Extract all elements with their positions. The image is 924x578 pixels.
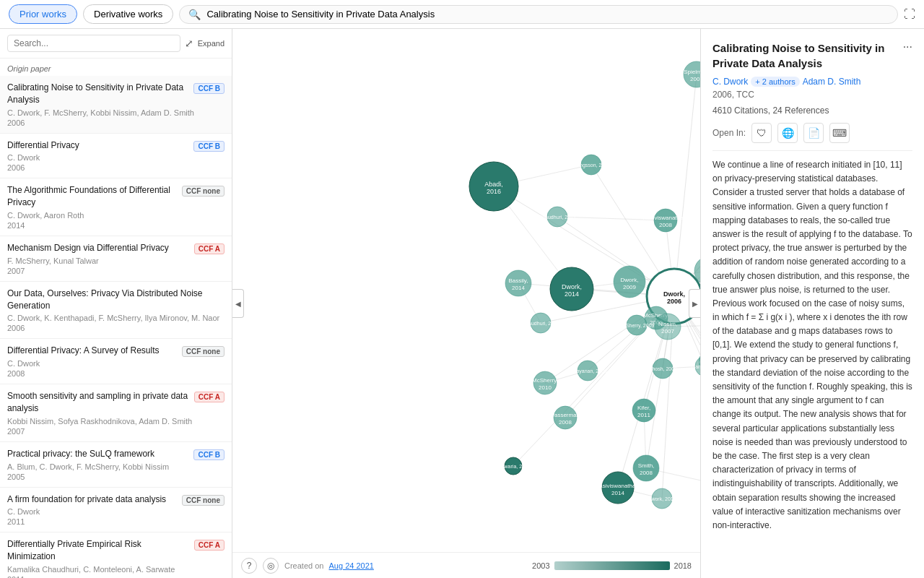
paper-authors-text: C. Dwork, K. Kenthapadi, F. McSherry, Il… (7, 314, 225, 322)
open-shield-icon[interactable]: 🛡 (751, 123, 772, 143)
node-label: Ganta, 2008 (692, 364, 700, 369)
target-button[interactable]: ◎ (263, 558, 279, 574)
paper-year: 2007 (7, 267, 25, 275)
tab-derivative-works[interactable]: Derivative works (83, 4, 173, 24)
graph-node[interactable]: Nissim,2007 (655, 314, 681, 340)
node-label: Abadi,2016 (484, 181, 503, 195)
paper-abstract: We continue a line of research initiated… (712, 158, 912, 532)
node-label: Erlingsson, 2014 (572, 163, 610, 168)
paper-title-text: A firm foundation for private data analy… (7, 493, 178, 506)
more-authors-badge[interactable]: + 2 authors (751, 77, 799, 87)
graph-bottom-left: ? ◎ Created on Aug 24 2021 (241, 558, 374, 574)
open-icons: 🛡 🌐 📄 ⌨ (751, 123, 850, 143)
node-label: Dwork,2014 (562, 283, 582, 298)
paper-authors: C. Dwork + 2 authors Adam D. Smith (712, 77, 912, 87)
graph-node[interactable]: Dwork,2009 (614, 266, 645, 298)
list-item[interactable]: Practical privacy: the SuLQ frameworkCCF… (0, 442, 232, 488)
paper-authors-text: C. Dwork, Aaron Roth (7, 211, 225, 220)
paper-year: 2005 (7, 473, 25, 481)
left-search-input[interactable] (7, 35, 180, 52)
list-item[interactable]: Our Data, Ourselves: Privacy Via Distrib… (0, 282, 232, 340)
paper-meta: 2011 (7, 517, 225, 526)
year-end: 2018 (674, 561, 692, 570)
paper-authors-text: C. Dwork (7, 507, 225, 516)
paper-authors-text: Kamalika Chaudhuri, C. Monteleoni, A. Sa… (7, 565, 225, 574)
graph-node[interactable]: Dwork,2014 (550, 267, 593, 311)
divider (712, 150, 912, 151)
paper-title: Calibrating Noise to Sensitivity in Priv… (712, 40, 903, 71)
graph-node[interactable]: Erlingsson, 2014 (572, 155, 610, 175)
graph-node[interactable]: Bassily,2014 (505, 270, 531, 296)
node-label: Dwork,2009 (621, 277, 639, 290)
list-item[interactable]: Smooth sensitivity and sampling in priva… (0, 384, 232, 442)
year-start: 2003 (532, 561, 549, 570)
graph-node[interactable]: Wasserman,2008 (549, 406, 582, 429)
open-globe-icon[interactable]: 🌐 (777, 123, 798, 143)
graph-node[interactable]: Spielman,2007 (684, 61, 700, 87)
paper-title-text: Differentially Private Empirical Risk Mi… (7, 538, 191, 563)
paper-authors-text: F. McSherry, Kunal Talwar (7, 256, 225, 265)
last-author[interactable]: Adam D. Smith (803, 77, 861, 87)
graph-node[interactable]: Narwaria, 2018 (496, 457, 531, 475)
section-label: Origin paper (0, 59, 232, 76)
open-code-icon[interactable]: ⌨ (829, 123, 850, 143)
paper-title-text: The Algorithmic Foundations of Different… (7, 184, 178, 209)
search-icon: 🔍 (188, 9, 201, 20)
node-label: Smith,2008 (638, 462, 655, 476)
graph-bottom-bar: ? ◎ Created on Aug 24 2021 2003 2018 (232, 552, 700, 578)
paper-title-text: Differential Privacy (7, 139, 190, 152)
paper-authors-text: C. Dwork (7, 153, 225, 162)
graph-node[interactable]: Ghosh, 2009 (648, 358, 677, 379)
ccf-badge: CCF B (193, 141, 225, 152)
graph-svg[interactable]: Dwork,2006Abadi,2016Dwork,2014Dwork,2009… (232, 29, 700, 578)
ccf-badge: CCF A (194, 243, 225, 254)
paper-year-venue: 2006, TCC (712, 90, 912, 100)
graph-node[interactable]: Kasiviswanathan,2014 (596, 472, 640, 504)
top-search-input[interactable] (206, 9, 889, 20)
citations-count: 4610 Citations, 24 References (712, 105, 912, 116)
graph-node[interactable]: Chaudhuri, 2011 (539, 207, 576, 227)
open-file-icon[interactable]: 📄 (803, 123, 824, 143)
collapse-left-btn[interactable]: ◀ (232, 289, 244, 318)
list-item[interactable]: Differentially Private Empirical Risk Mi… (0, 532, 232, 578)
node-label: Narayanan, 2008 (568, 368, 607, 374)
created-date-link[interactable]: Aug 24 2021 (329, 561, 374, 570)
expand-icon-small[interactable]: ⤢ (185, 38, 193, 49)
graph-node[interactable]: Dwork, 2010 (648, 488, 676, 509)
paper-title-text: Differential Privacy: A Survey of Result… (7, 345, 178, 357)
list-item[interactable]: Differential Privacy: A Survey of Result… (0, 339, 232, 384)
graph-node[interactable]: Smith,2008 (633, 455, 659, 481)
list-item[interactable]: Differential PrivacyCCF BC. Dwork2006 (0, 134, 232, 179)
year-range: 2003 2018 (532, 561, 692, 570)
collapse-right-btn[interactable]: ▶ (689, 289, 700, 318)
graph-node[interactable]: Kifer,2011 (632, 399, 655, 422)
center-panel: ◀ ▶ Dwork,2006Abadi,2016Dwork,2014Dwork,… (232, 29, 700, 578)
gradient-bar (554, 561, 670, 570)
paper-year: 2011 (7, 517, 25, 526)
more-options-button[interactable]: ··· (903, 40, 912, 53)
expand-button[interactable]: Expand (198, 39, 225, 48)
paper-year: 2006 (7, 324, 25, 332)
list-item[interactable]: A firm foundation for private data analy… (0, 488, 232, 533)
list-item[interactable]: Mechanism Design via Differential Privac… (0, 236, 232, 282)
paper-meta: 2007 (7, 267, 225, 275)
list-item[interactable]: Calibrating Noise to Sensitivity in Priv… (0, 76, 232, 134)
node-label: Ghosh, 2009 (648, 366, 677, 371)
svg-line-20 (674, 74, 697, 296)
ccf-badge: CCF A (194, 540, 225, 551)
main-content: ⤢ Expand Origin paperCalibrating Noise t… (0, 29, 924, 578)
node-label: Chaudhuri, 2008 (522, 321, 559, 326)
graph-node[interactable]: Abadi,2016 (469, 162, 518, 211)
ccf-badge: CCF B (193, 449, 225, 460)
paper-authors-text: A. Blum, C. Dwork, F. McSherry, Kobbi Ni… (7, 462, 225, 471)
tab-prior-works[interactable]: Prior works (9, 4, 77, 24)
paper-authors-text: Kobbi Nissim, Sofya Raskhodnikova, Adam … (7, 417, 225, 426)
graph-node[interactable]: Chaudhuri, 2008 (522, 313, 559, 333)
main-author[interactable]: C. Dwork (712, 77, 748, 87)
fullscreen-icon[interactable]: ⛶ (904, 8, 915, 21)
paper-title-text: Mechanism Design via Differential Privac… (7, 242, 191, 254)
help-button[interactable]: ? (241, 558, 257, 574)
list-item[interactable]: The Algorithmic Foundations of Different… (0, 178, 232, 236)
graph-node[interactable]: McSherry,2010 (532, 371, 558, 394)
paper-title-text: Calibrating Noise to Sensitivity in Priv… (7, 82, 190, 106)
